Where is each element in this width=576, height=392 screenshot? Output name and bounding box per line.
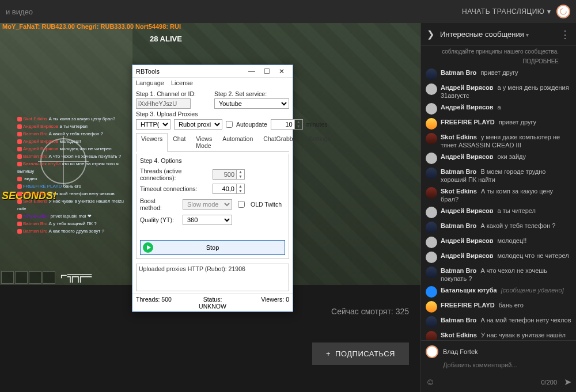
window-title: RBTools [136,68,244,75]
quality-select[interactable]: 360 [183,215,232,225]
ingame-chat-line: FREEFIRE PLAYD бань его [17,182,132,190]
tab-settings[interactable]: Settings [304,133,336,151]
alive-counter: 28 ALIVE [150,35,182,43]
chat-username[interactable]: Skot Edkins [441,134,477,140]
chat-username[interactable]: Андрей Вирясов [441,153,494,160]
autoupdate-minutes-input[interactable] [271,119,295,130]
window-titlebar[interactable]: RBTools — ☐ ✕ [132,65,293,78]
proxy-type-select[interactable]: HTTP(s) [136,119,170,130]
chat-username[interactable]: Андрей Вирясов [441,207,494,214]
avatar-icon [426,103,437,115]
caret-down-icon: ▾ [526,32,529,38]
avatar-icon [426,118,437,130]
chat-text: А на мой телефон нету чехлов [480,317,571,324]
chat-username[interactable]: FREEFIRE PLAYD [441,302,495,309]
quality-label: Quality (YT): [140,216,177,223]
chat-username[interactable]: FREEFIRE PLAYD [441,119,495,125]
tab-viewers[interactable]: Viewers [136,133,168,152]
tab-automation[interactable]: Automation [217,133,258,151]
ingame-chat-line: Батальщик ютуба кто ко мне на стрим того… [17,160,132,175]
rbtools-window: RBTools — ☐ ✕ Language License Step 1. C… [132,64,293,312]
chat-text: а [498,104,501,111]
tab-chatgrabber[interactable]: ChatGrabber [258,133,304,151]
my-avatar [426,345,438,358]
minutes-label: minutes [306,121,328,128]
chat-message: Batman Bro А что чехол не хочешь покупат… [425,265,573,284]
threads-input[interactable] [213,169,237,180]
subscribe-label: ПОДПИСАТЬСЯ [335,349,395,358]
chat-message: FREEFIRE PLAYD привет другу [425,116,573,131]
chat-username[interactable]: Batman Bro [441,222,476,229]
boost-select[interactable]: Slow mode [183,199,232,210]
chat-message: Skot Edkins У нас чувак в унитазе нашёл … [425,329,573,340]
stop-button[interactable]: Stop [140,240,285,255]
minimize-icon[interactable]: — [244,67,259,75]
stop-label: Stop [206,244,219,251]
chat-message: Андрей Вирясов молодец что не читерел [425,250,573,265]
avatar-icon [426,187,437,199]
user-avatar[interactable] [556,5,570,18]
weapon-icon: ⌐╦╦═ [60,269,92,282]
emoji-icon[interactable]: ☺ [426,377,435,387]
boost-label: Boost method: [140,197,177,211]
sidebar-title[interactable]: Интересные сообщения ▾ [440,30,554,39]
collapse-icon[interactable]: ❯ [427,29,434,40]
avatar-icon [426,286,437,298]
avatar-icon [426,68,437,80]
avatar-icon [426,301,437,313]
step2-label: Step 2. Set service: [214,90,289,97]
start-stream-button[interactable]: НАЧАТЬ ТРАНСЛЯЦИЮ ▾ [462,7,551,16]
subscribe-button[interactable]: + ПОДПИСАТЬСЯ [312,342,409,365]
more-icon[interactable]: ⋮ [560,29,570,40]
chat-messages: Batman Bro привет другу Андрей Вирясов а… [421,66,576,340]
chat-username[interactable]: Batman Bro [441,317,476,324]
chat-username[interactable]: Batman Bro [441,168,476,175]
tab-views-mode[interactable]: Views Mode [191,133,217,151]
timeout-input[interactable] [213,184,237,194]
chat-text: привет другу [480,69,518,76]
avatar-icon [426,237,437,248]
avatar-icon [426,133,437,144]
chat-username[interactable]: Андрей Вирясов [441,252,494,259]
chat-username[interactable]: Skot Edkins [441,188,477,195]
avatar-icon [426,207,437,218]
proxy-source-select[interactable]: Rubot proxies [174,119,222,130]
timeout-label: Timeout connections: [140,185,209,192]
step3-label: Step 3. Upload Proxies [136,111,289,117]
tabs: ViewersChatViews ModeAutomationChatGrabb… [136,133,289,152]
send-icon[interactable]: ➤ [564,376,571,387]
close-icon[interactable]: ✕ [274,67,289,75]
chat-sidebar: ❯ Интересные сообщения ▾ ⋮ соблюдайте пр… [420,23,576,392]
chat-username[interactable]: Андрей Вирясов [441,104,494,111]
ingame-chat-line: Batman Bro А у тебя мощный ПК ? [17,220,132,227]
chat-username[interactable]: Батальщик ютуба [441,287,497,294]
chat-message: Batman Bro привет другу [425,67,573,82]
chat-username[interactable]: Skot Edkins [441,332,477,338]
chat-username[interactable]: Андрей Вирясов [441,84,494,91]
maximize-icon[interactable]: ☐ [259,67,274,75]
chat-message: Batman Bro А какой у тебя телефон ? [425,220,573,235]
menu-license[interactable]: License [171,79,193,86]
comment-input[interactable] [443,361,571,368]
chat-message: Андрей Вирясов а [425,101,573,116]
autoupdate-checkbox[interactable] [226,121,233,128]
ingame-chat-line: Batman Bro А на мой телефон нету чехлов [17,190,132,197]
service-select[interactable]: Youtube [214,98,289,109]
autoupdate-label: Autoupdate [236,121,267,128]
status-bar: Threads: 500 Status: UNKNOW Viewers: 0 [132,294,293,311]
ingame-chat-line: Batman Bro А что чехол не хочешь покупат… [17,153,132,160]
old-twitch-checkbox[interactable] [238,201,245,208]
avatar-icon [426,331,437,340]
tab-chat[interactable]: Chat [168,133,191,151]
chat-username[interactable]: Batman Bro [441,267,476,274]
donation-ticker: MoY_FaNaT: RUB423.00 Chegri: RUB333.00 N… [0,23,420,33]
chat-username[interactable]: Batman Bro [441,69,476,76]
step1-label: Step 1. Channel or ID: [136,90,211,97]
menu-language[interactable]: Language [136,79,164,86]
caret-down-icon: ▾ [547,7,551,16]
chat-text: бань его [499,302,524,309]
chat-text: [сообщение удалено] [501,287,564,294]
channel-id-input[interactable] [136,98,191,109]
chat-username[interactable]: Андрей Вирясов [441,237,494,244]
learn-more-link[interactable]: ПОДРОБНЕЕ [421,56,576,66]
